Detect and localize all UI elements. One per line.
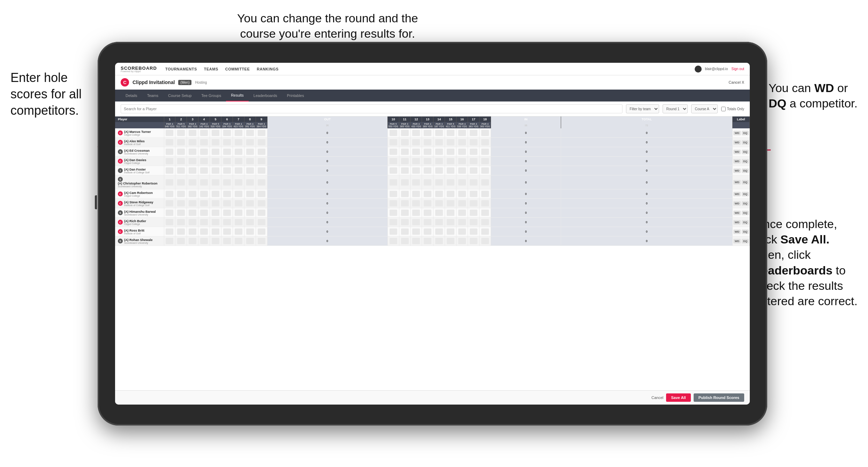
hole-15-input[interactable] <box>445 138 456 147</box>
nav-rankings[interactable]: RANKINGS <box>257 67 279 71</box>
score-input-h10[interactable] <box>390 149 397 155</box>
score-input-h7[interactable] <box>235 130 242 136</box>
hole-1-input[interactable] <box>164 227 175 236</box>
score-input-h16[interactable] <box>458 228 466 235</box>
hole-2-input[interactable] <box>175 175 187 189</box>
score-input-h9[interactable] <box>258 238 265 244</box>
hole-14-input[interactable] <box>433 138 445 147</box>
score-input-h12[interactable] <box>412 200 420 206</box>
score-input-h10[interactable] <box>390 179 397 186</box>
hole-12-input[interactable] <box>410 128 422 138</box>
hole-3-input[interactable] <box>187 236 198 246</box>
nav-tournaments[interactable]: TOURNAMENTS <box>165 67 197 71</box>
hole-7-input[interactable] <box>233 175 244 189</box>
score-input-h9[interactable] <box>258 158 265 164</box>
score-input-h13[interactable] <box>424 238 431 244</box>
hole-7-input[interactable] <box>233 189 244 199</box>
hole-4-input[interactable] <box>198 189 210 199</box>
hole-12-input[interactable] <box>410 199 422 208</box>
hole-5-input[interactable] <box>210 128 221 138</box>
score-input-h6[interactable] <box>223 210 231 216</box>
hole-18-input[interactable] <box>479 166 491 175</box>
score-input-h12[interactable] <box>412 219 420 225</box>
nav-committee[interactable]: COMMITTEE <box>225 67 250 71</box>
save-all-button[interactable]: Save All <box>666 393 690 402</box>
score-input-h17[interactable] <box>470 149 477 155</box>
score-input-h9[interactable] <box>258 130 265 136</box>
score-input-h18[interactable] <box>481 179 489 186</box>
score-input-h3[interactable] <box>189 167 196 174</box>
score-input-h12[interactable] <box>412 179 420 186</box>
score-input-h12[interactable] <box>412 158 420 164</box>
hole-2-input[interactable] <box>175 199 187 208</box>
hole-8-input[interactable] <box>244 147 256 157</box>
hole-7-input[interactable] <box>233 147 244 157</box>
hole-6-input[interactable] <box>221 208 233 218</box>
cancel-text-button[interactable]: Cancel <box>651 396 663 400</box>
score-input-h9[interactable] <box>258 200 265 206</box>
score-input-h2[interactable] <box>177 158 185 164</box>
hole-10-input[interactable] <box>387 208 399 218</box>
score-input-h12[interactable] <box>412 130 420 136</box>
score-input-h11[interactable] <box>401 179 409 186</box>
score-input-h3[interactable] <box>189 179 196 186</box>
hole-12-input[interactable] <box>410 189 422 199</box>
hole-6-input[interactable] <box>221 199 233 208</box>
hole-9-input[interactable] <box>256 199 267 208</box>
hole-16-input[interactable] <box>456 199 468 208</box>
hole-13-input[interactable] <box>422 147 433 157</box>
score-input-h6[interactable] <box>223 179 231 186</box>
score-input-h18[interactable] <box>481 210 489 216</box>
score-input-h15[interactable] <box>447 200 454 206</box>
score-input-h8[interactable] <box>246 139 254 145</box>
score-input-h4[interactable] <box>200 210 208 216</box>
score-input-h16[interactable] <box>458 200 466 206</box>
hole-2-input[interactable] <box>175 157 187 166</box>
hole-8-input[interactable] <box>244 175 256 189</box>
hole-4-input[interactable] <box>198 236 210 246</box>
score-input-h15[interactable] <box>447 149 454 155</box>
score-input-h8[interactable] <box>246 179 254 186</box>
hole-18-input[interactable] <box>479 189 491 199</box>
wd-button[interactable]: WD <box>733 201 741 206</box>
hole-14-input[interactable] <box>433 208 445 218</box>
hole-13-input[interactable] <box>422 236 433 246</box>
score-input-h4[interactable] <box>200 228 208 235</box>
score-input-h5[interactable] <box>212 238 219 244</box>
score-input-h17[interactable] <box>470 191 477 197</box>
hole-8-input[interactable] <box>244 138 256 147</box>
score-input-h18[interactable] <box>481 130 489 136</box>
score-input-h18[interactable] <box>481 238 489 244</box>
hole-1-input[interactable] <box>164 189 175 199</box>
score-input-h7[interactable] <box>235 228 242 235</box>
score-input-h6[interactable] <box>223 219 231 225</box>
dq-button[interactable]: DQ <box>742 220 749 225</box>
hole-16-input[interactable] <box>456 236 468 246</box>
score-input-h3[interactable] <box>189 130 196 136</box>
score-input-h5[interactable] <box>212 219 219 225</box>
hole-3-input[interactable] <box>187 157 198 166</box>
score-input-h7[interactable] <box>235 179 242 186</box>
score-input-h13[interactable] <box>424 228 431 235</box>
hole-10-input[interactable] <box>387 166 399 175</box>
hole-8-input[interactable] <box>244 189 256 199</box>
hole-5-input[interactable] <box>210 189 221 199</box>
tab-printables[interactable]: Printables <box>282 90 309 101</box>
hole-5-input[interactable] <box>210 199 221 208</box>
score-input-h4[interactable] <box>200 219 208 225</box>
score-input-h2[interactable] <box>177 238 185 244</box>
wd-button[interactable]: WD <box>733 192 741 196</box>
hole-7-input[interactable] <box>233 166 244 175</box>
hole-16-input[interactable] <box>456 218 468 227</box>
hole-14-input[interactable] <box>433 157 445 166</box>
score-input-h9[interactable] <box>258 210 265 216</box>
score-input-h8[interactable] <box>246 130 254 136</box>
score-input-h12[interactable] <box>412 139 420 145</box>
hole-15-input[interactable] <box>445 227 456 236</box>
hole-15-input[interactable] <box>445 166 456 175</box>
hole-14-input[interactable] <box>433 147 445 157</box>
hole-4-input[interactable] <box>198 128 210 138</box>
hole-1-input[interactable] <box>164 128 175 138</box>
score-input-h1[interactable] <box>166 167 173 174</box>
hole-14-input[interactable] <box>433 218 445 227</box>
